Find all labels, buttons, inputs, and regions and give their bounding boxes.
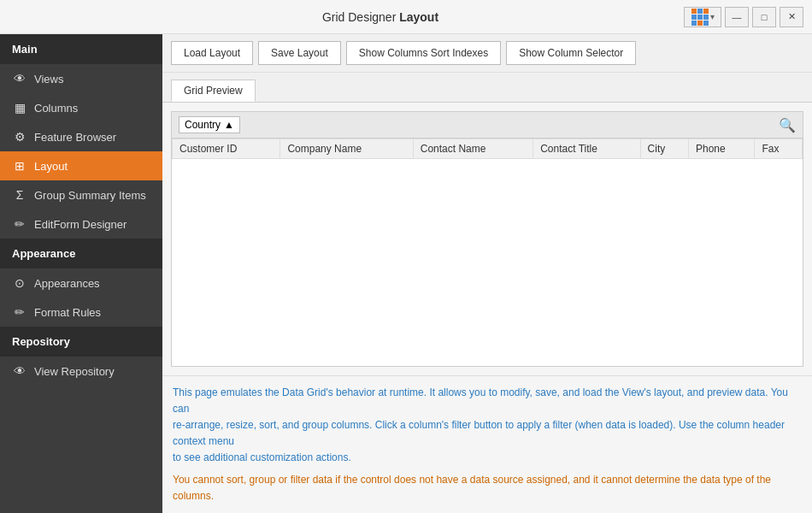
edit-icon: ✏: [12, 217, 27, 231]
repo-eye-icon: 👁: [12, 364, 27, 378]
toolbar: Load Layout Save Layout Show Columns Sor…: [162, 34, 812, 73]
window-title: Grid Designer Layout: [77, 10, 684, 24]
sidebar-item-view-repository[interactable]: 👁 View Repository: [0, 357, 162, 386]
grid-table: Customer ID Company Name Contact Name Co…: [172, 139, 803, 159]
sidebar-label-appearances: Appearances: [34, 277, 100, 290]
description-line5: You cannot sort, group or filter data if…: [173, 474, 771, 502]
col-contact-title[interactable]: Contact Title: [533, 139, 640, 159]
show-column-selector-button[interactable]: Show Column Selector: [506, 41, 636, 65]
col-phone[interactable]: Phone: [689, 139, 755, 159]
country-filter-dropdown[interactable]: Country ▲: [179, 116, 240, 133]
sidebar-section-main: Main: [0, 34, 162, 64]
search-icon[interactable]: 🔍: [779, 117, 796, 133]
description-line5-wrapper: You cannot sort, group or filter data if…: [173, 472, 802, 504]
format-icon: ✏: [12, 305, 27, 319]
close-window-button[interactable]: ✕: [780, 7, 803, 27]
title-text: Grid Designer: [322, 10, 399, 24]
desc-text-2: re-arrange, resize, sort, and group colu…: [173, 419, 785, 447]
description-line1: This page emulates the Data Grid's behav…: [173, 385, 802, 417]
sidebar-label-layout: Layout: [34, 160, 68, 173]
minimize-button[interactable]: —: [725, 7, 749, 27]
title-bar: Grid Designer Layout ▾ — □ ✕: [0, 0, 812, 34]
sidebar-item-group-summary[interactable]: Σ Group Summary Items: [0, 180, 162, 209]
content-area: Load Layout Save Layout Show Columns Sor…: [162, 34, 812, 513]
tab-area: Grid Preview: [162, 73, 812, 103]
description-line3: to see additional customization actions.: [173, 450, 802, 466]
sidebar-item-layout[interactable]: ⊞ Layout: [0, 151, 162, 180]
sidebar-label-columns: Columns: [34, 102, 78, 115]
sidebar-label-editform: EditForm Designer: [34, 218, 127, 231]
col-company-name[interactable]: Company Name: [280, 139, 413, 159]
col-city[interactable]: City: [640, 139, 688, 159]
sidebar-label-view-repository: View Repository: [34, 365, 115, 378]
title-bold: Layout: [399, 10, 438, 24]
sidebar-item-feature-browser[interactable]: ⚙ Feature Browser: [0, 122, 162, 151]
window-controls: ▾ — □ ✕: [684, 7, 803, 27]
grid-preview: Country ▲ 🔍 Customer ID Company Name Con…: [171, 111, 803, 367]
sidebar-item-appearances[interactable]: ⊙ Appearances: [0, 268, 162, 298]
sidebar-item-format-rules[interactable]: ✏ Format Rules: [0, 298, 162, 327]
description-line2: re-arrange, resize, sort, and group colu…: [173, 417, 802, 450]
col-fax[interactable]: Fax: [755, 139, 803, 159]
col-customer-id[interactable]: Customer ID: [173, 139, 280, 159]
tab-grid-preview[interactable]: Grid Preview: [171, 80, 256, 102]
sidebar-label-feature-browser: Feature Browser: [34, 131, 116, 144]
appearances-icon: ⊙: [12, 276, 27, 290]
sidebar-item-columns[interactable]: ▦ Columns: [0, 93, 162, 122]
sidebar-label-views: Views: [34, 73, 63, 86]
grid-icon-button[interactable]: ▾: [684, 7, 721, 27]
filter-arrow-icon: ▲: [224, 119, 234, 131]
filter-label: Country: [185, 119, 221, 131]
sidebar-label-format-rules: Format Rules: [34, 306, 101, 319]
sidebar-item-editform[interactable]: ✏ EditForm Designer: [0, 209, 162, 239]
sidebar-section-appearance: Appearance: [0, 239, 162, 268]
desc-text-1: This page emulates the Data Grid's behav…: [173, 386, 788, 415]
layout-icon: ⊞: [12, 159, 27, 173]
desc-text-3: to see additional customization actions.: [173, 451, 351, 463]
grid-icon: [691, 9, 709, 26]
load-layout-button[interactable]: Load Layout: [171, 41, 253, 65]
sidebar-label-group-summary: Group Summary Items: [34, 189, 146, 202]
grid-filter-bar: Country ▲ 🔍: [172, 112, 803, 139]
main-container: Main 👁 Views ▦ Columns ⚙ Feature Browser…: [0, 34, 812, 513]
sigma-icon: Σ: [12, 188, 27, 202]
grid-preview-container: Country ▲ 🔍 Customer ID Company Name Con…: [162, 103, 812, 375]
save-layout-button[interactable]: Save Layout: [258, 41, 341, 65]
sidebar: Main 👁 Views ▦ Columns ⚙ Feature Browser…: [0, 34, 162, 513]
sidebar-item-views[interactable]: 👁 Views: [0, 64, 162, 93]
show-columns-sort-indexes-button[interactable]: Show Columns Sort Indexes: [346, 41, 501, 65]
description-area: This page emulates the Data Grid's behav…: [162, 375, 812, 513]
eye-icon: 👁: [12, 72, 27, 86]
table-header-row: Customer ID Company Name Contact Name Co…: [173, 139, 803, 159]
gear-icon: ⚙: [12, 130, 27, 144]
sidebar-section-repository: Repository: [0, 327, 162, 357]
columns-icon: ▦: [12, 101, 27, 115]
col-contact-name[interactable]: Contact Name: [413, 139, 533, 159]
maximize-button[interactable]: □: [752, 7, 776, 27]
